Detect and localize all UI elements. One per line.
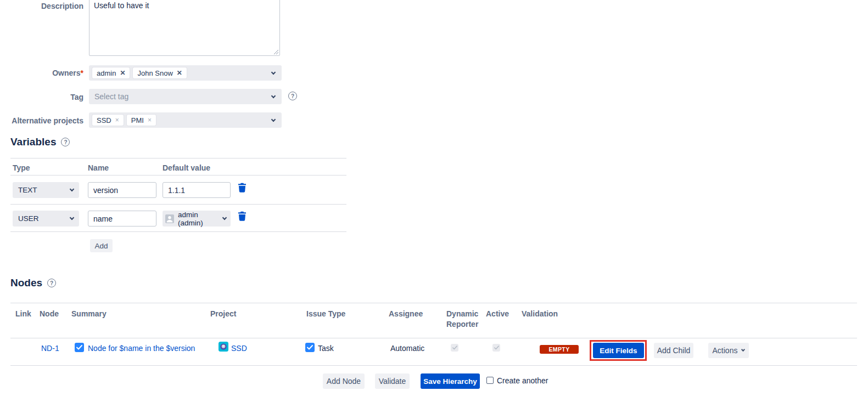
- owners-label: Owners*: [0, 69, 83, 77]
- alternative-projects-label: Alternative projects: [0, 116, 83, 125]
- col-header-assignee: Assignee: [389, 309, 423, 319]
- edit-fields-button[interactable]: Edit Fields: [593, 343, 644, 358]
- divider: [10, 303, 857, 303]
- variable-default-user-select[interactable]: admin (admin): [163, 211, 231, 227]
- remove-chip-icon[interactable]: ✕: [177, 70, 182, 76]
- node-key-link[interactable]: ND-1: [41, 344, 59, 353]
- owners-multiselect[interactable]: admin ✕ John Snow ✕: [89, 65, 282, 81]
- project-cell: SSD: [231, 344, 247, 353]
- validation-status-badge: EMPTY: [540, 345, 579, 354]
- resize-handle-icon[interactable]: [273, 49, 278, 54]
- owner-chip: John Snow ✕: [133, 67, 186, 78]
- check-icon: [452, 346, 457, 350]
- col-header-node: Node: [40, 309, 59, 319]
- chevron-down-icon: [70, 187, 74, 191]
- remove-chip-icon[interactable]: ✕: [120, 70, 125, 76]
- chevron-down-icon: [70, 216, 74, 220]
- col-header-link: Link: [15, 309, 31, 319]
- nodes-help-icon[interactable]: ?: [47, 279, 56, 287]
- check-icon: [494, 346, 499, 350]
- project-chip: SSD ×: [92, 115, 124, 126]
- create-another-label: Create another: [497, 376, 548, 385]
- nodes-heading: Nodes ?: [10, 277, 56, 289]
- divider: [10, 158, 346, 158]
- delete-variable-icon[interactable]: [238, 211, 247, 221]
- divider: [10, 231, 346, 232]
- node-summary-link[interactable]: Node for $name in the $version: [88, 344, 195, 353]
- dynamic-reporter-checkbox: [451, 344, 458, 352]
- active-checkbox: [492, 344, 500, 352]
- variable-type-select[interactable]: TEXT: [13, 182, 79, 198]
- add-node-button[interactable]: Add Node: [323, 373, 365, 389]
- variable-type-select[interactable]: USER: [13, 211, 79, 227]
- variables-heading: Variables ?: [10, 136, 70, 148]
- divider: [10, 338, 857, 338]
- tag-select[interactable]: Select tag: [89, 89, 282, 104]
- divider: [10, 365, 857, 366]
- owner-chip: admin ✕: [92, 67, 130, 78]
- divider: [10, 175, 346, 175]
- check-icon: [76, 345, 82, 350]
- variable-name-input[interactable]: [88, 211, 156, 227]
- tag-label: Tag: [0, 93, 83, 101]
- project-avatar-icon: [219, 342, 228, 352]
- col-header-issue-type: Issue Type: [306, 309, 345, 319]
- alternative-projects-multiselect[interactable]: SSD × PMI ×: [89, 112, 282, 128]
- variable-name-input[interactable]: [88, 182, 156, 198]
- chevron-down-icon: [271, 117, 276, 121]
- col-header-type: Type: [13, 163, 30, 173]
- assignee-cell: Automatic: [390, 344, 424, 353]
- chevron-down-icon: [222, 216, 227, 220]
- description-label: Description: [0, 2, 83, 10]
- description-field-wrap: Useful to have it: [89, 0, 280, 56]
- save-hierarchy-button[interactable]: Save Hierarchy: [421, 373, 480, 389]
- col-header-validation: Validation: [522, 309, 558, 319]
- divider: [10, 204, 346, 205]
- user-avatar-icon: [165, 214, 174, 223]
- remove-chip-icon[interactable]: ×: [115, 117, 119, 123]
- remove-chip-icon[interactable]: ×: [148, 117, 152, 123]
- validate-button[interactable]: Validate: [375, 373, 410, 389]
- chevron-down-icon: [271, 93, 276, 98]
- check-icon: [307, 345, 313, 350]
- create-hierarchy-form: Description Useful to have it Owners* ad…: [0, 0, 868, 402]
- chevron-down-icon: [271, 70, 276, 74]
- variables-help-icon[interactable]: ?: [61, 138, 70, 146]
- col-header-default: Default value: [163, 163, 210, 173]
- tag-placeholder: Select tag: [92, 92, 128, 101]
- col-header-name: Name: [88, 163, 109, 173]
- col-header-active: Active: [486, 309, 509, 319]
- actions-dropdown-button[interactable]: Actions: [708, 343, 749, 358]
- delete-variable-icon[interactable]: [238, 183, 247, 192]
- col-header-summary: Summary: [71, 309, 107, 319]
- chevron-down-icon: [741, 348, 745, 352]
- tag-help-icon[interactable]: ?: [288, 92, 297, 100]
- add-child-button[interactable]: Add Child: [654, 343, 693, 358]
- add-variable-button[interactable]: Add: [90, 239, 113, 252]
- summary-checkbox[interactable]: [75, 343, 84, 352]
- project-chip: PMI ×: [127, 115, 156, 126]
- col-header-project: Project: [210, 309, 236, 319]
- description-textarea[interactable]: Useful to have it: [89, 0, 280, 56]
- issue-type-checkbox[interactable]: [305, 343, 315, 352]
- required-asterisk: *: [81, 69, 83, 77]
- variable-default-input[interactable]: [163, 182, 231, 198]
- issue-type-cell: Task: [318, 344, 334, 353]
- create-another-checkbox[interactable]: [486, 377, 494, 384]
- col-header-dynamic-reporter: Dynamic Reporter: [446, 309, 480, 330]
